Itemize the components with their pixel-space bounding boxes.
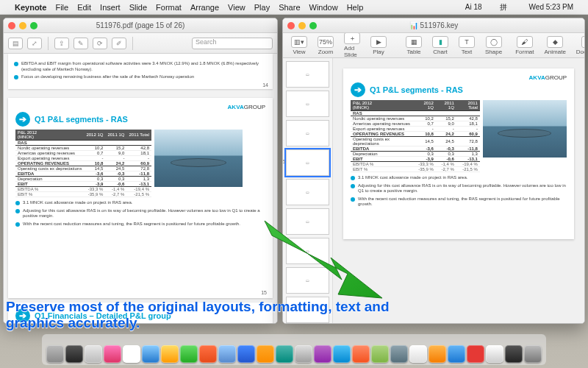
dock-app[interactable] <box>505 345 523 363</box>
brand-logo: AKVAGROUP <box>351 74 567 81</box>
dock-app[interactable] <box>390 345 408 363</box>
thumb-slide[interactable]: ▭ <box>286 120 329 146</box>
thumb-slide[interactable]: ▭ <box>286 91 329 117</box>
menu-file[interactable]: File <box>55 3 68 12</box>
preview-title: 511976.pdf (page 15 of 26) <box>96 21 185 29</box>
status-ai[interactable]: Ai 18 <box>465 3 482 11</box>
preview-toolbar: ▤ ⤢ ⇪ ✎ ⟳ ✐ Search <box>4 33 277 54</box>
financial-table: P&L 2012(MNOK)2012 1Q2011 1Q2011 TotalRA… <box>15 130 265 197</box>
brand-logo: AKVAGROUP <box>15 104 265 110</box>
menu-window[interactable]: Window <box>309 3 338 12</box>
animate-button[interactable]: ◆Animate <box>540 35 569 57</box>
page-number-14: 14 <box>262 82 268 88</box>
share-icon[interactable]: ⇪ <box>54 38 69 49</box>
frag-bullet-2: Focus on developing remaining business a… <box>14 74 267 80</box>
frag-bullet-1: EBITDA and EBIT margin from operational … <box>14 61 267 72</box>
keynote-toolbar: ▥▾View 75%Zoom ＋Add Slide ▶Play ▦Table ▮… <box>283 33 584 58</box>
dock-app[interactable] <box>65 345 83 363</box>
menu-format[interactable]: Format <box>156 3 182 12</box>
status-clock[interactable]: Wed 5:23 PM <box>529 3 573 11</box>
preview-titlebar[interactable]: 511976.pdf (page 15 of 26) <box>4 18 277 33</box>
close-icon[interactable] <box>287 22 295 29</box>
menu-insert[interactable]: Insert <box>100 3 121 12</box>
dock-app[interactable] <box>276 345 293 363</box>
dock-app[interactable] <box>257 345 274 363</box>
menu-view[interactable]: View <box>228 3 245 12</box>
dock-app[interactable] <box>486 345 503 363</box>
dock-app[interactable] <box>333 345 351 363</box>
dock-app[interactable] <box>218 345 236 363</box>
menu-edit[interactable]: Edit <box>77 3 91 12</box>
document-button[interactable]: ▭Document <box>573 35 585 57</box>
svg-marker-0 <box>265 221 382 298</box>
page-15[interactable]: AKVAGROUP ➔ Q1 P&L segments - RAS P&L 20… <box>8 98 273 298</box>
close-icon[interactable] <box>8 22 15 29</box>
dock[interactable] <box>42 334 546 365</box>
fish-farm-image <box>154 130 243 187</box>
dock-app[interactable] <box>295 345 312 363</box>
dock-app[interactable] <box>237 345 255 363</box>
markup-icon[interactable]: ✐ <box>112 38 126 49</box>
dock-app[interactable] <box>467 345 484 363</box>
dock-app[interactable] <box>409 345 427 363</box>
dock-app[interactable] <box>104 345 121 363</box>
search-input[interactable]: Search <box>192 38 273 49</box>
dock-app[interactable] <box>314 345 331 363</box>
thumb-slide-selected[interactable]: 15▭ <box>286 149 329 176</box>
minimize-icon[interactable] <box>298 22 306 29</box>
text-button[interactable]: TText <box>455 35 478 57</box>
format-button[interactable]: 🖌Format <box>512 35 537 57</box>
thumb-slide[interactable]: ▭ <box>286 179 329 205</box>
app-name-menu[interactable]: Keynote <box>15 3 46 12</box>
dock-calendar[interactable] <box>123 345 140 363</box>
preview-window: 511976.pdf (page 15 of 26) ▤ ⤢ ⇪ ✎ ⟳ ✐ S… <box>3 18 278 324</box>
menu-play[interactable]: Play <box>254 3 270 12</box>
sidebar-toggle-icon[interactable]: ▤ <box>8 38 23 49</box>
add-slide-button[interactable]: ＋Add Slide <box>340 31 364 60</box>
thumb-slide[interactable]: ▭ <box>286 61 329 88</box>
zoom-button[interactable]: 75%Zoom <box>314 35 337 57</box>
annotation-arrow-icon <box>257 213 390 302</box>
zoom-select-icon[interactable]: ⤢ <box>27 38 42 49</box>
zoom-icon[interactable] <box>30 22 37 29</box>
dock-app[interactable] <box>371 345 389 363</box>
dock-app[interactable] <box>85 345 102 363</box>
menu-slide[interactable]: Slide <box>129 3 147 12</box>
minimize-icon[interactable] <box>19 22 26 29</box>
dock-mail[interactable] <box>142 345 159 363</box>
dock-trash[interactable] <box>524 345 542 363</box>
page-14-fragment: EBITDA and EBIT margin from operational … <box>8 54 273 89</box>
dock-app[interactable] <box>429 345 446 363</box>
dock-finder[interactable] <box>46 345 64 363</box>
dock-app[interactable] <box>352 345 370 363</box>
chart-button[interactable]: ▮Chart <box>429 35 452 57</box>
canvas-slide-title: Q1 P&L segments - RAS <box>370 85 463 94</box>
view-button[interactable]: ▥▾View <box>287 35 311 57</box>
play-button[interactable]: ▶Play <box>367 35 390 57</box>
menu-arrange[interactable]: Arrange <box>190 3 219 12</box>
dock-app[interactable] <box>448 345 465 363</box>
menubar: Keynote File Edit Insert Slide Format Ar… <box>0 0 588 15</box>
canvas-bullets: 3.1 MNOK cost allowance made on project … <box>351 175 567 208</box>
dock-app[interactable] <box>180 345 198 363</box>
menu-share[interactable]: Share <box>279 3 300 12</box>
dock-app[interactable] <box>161 345 179 363</box>
arrow-right-icon: ➔ <box>15 112 30 127</box>
shape-button[interactable]: ◯Shape <box>481 35 506 57</box>
highlight-icon[interactable]: ✎ <box>74 38 88 49</box>
arrow-right-icon: ➔ <box>351 82 365 97</box>
keynote-title: 📊 511976.key <box>409 21 459 29</box>
keynote-titlebar[interactable]: 📊 511976.key <box>283 18 584 33</box>
fish-farm-image <box>483 100 567 158</box>
rotate-icon[interactable]: ⟳ <box>93 38 107 49</box>
annotation-caption: Preserve most of the original layouts, f… <box>6 299 441 331</box>
slide-title: Q1 P&L segments - RAS <box>35 115 128 124</box>
menu-help[interactable]: Help <box>347 3 364 12</box>
zoom-icon[interactable] <box>309 22 317 29</box>
status-input[interactable]: 拼 <box>500 2 507 13</box>
table-button[interactable]: ▦Table <box>402 35 426 57</box>
slide-bullets: 3.1 MNOK cost allowance made on project … <box>15 200 265 227</box>
canvas-financial-table: P&L 2012(MNOK)2012 1Q2011 1Q2011 TotalRA… <box>351 100 567 172</box>
dock-app[interactable] <box>199 345 217 363</box>
